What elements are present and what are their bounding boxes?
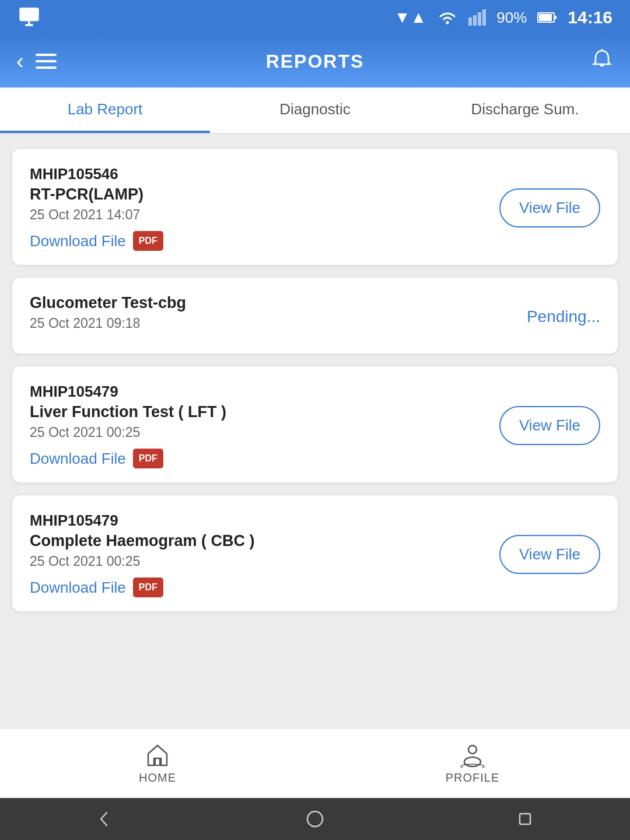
report-name: Glucometer Test-cbg: [30, 294, 527, 312]
svg-rect-2: [468, 18, 472, 26]
pdf-badge: PDF: [133, 578, 163, 597]
report-info: MHIP105479 Liver Function Test ( LFT ) 2…: [30, 383, 499, 468]
report-card: Glucometer Test-cbg 25 Oct 2021 09:18 Pe…: [12, 277, 618, 354]
notification-bell-icon[interactable]: [590, 47, 614, 76]
menu-button[interactable]: [36, 54, 57, 69]
battery-icon: [537, 10, 557, 24]
tab-diagnostic[interactable]: Diagnostic: [210, 88, 420, 133]
tabs: Lab Report Diagnostic Discharge Sum.: [0, 88, 630, 134]
download-file-link[interactable]: Download File: [30, 232, 126, 250]
svg-point-1: [446, 22, 449, 24]
report-action: View File: [499, 188, 600, 228]
navbar: ‹ REPORTS: [0, 35, 630, 88]
pdf-badge: PDF: [133, 231, 163, 251]
report-info: MHIP105546 RT-PCR(LAMP) 25 Oct 2021 14:0…: [30, 165, 499, 251]
svg-point-11: [468, 746, 477, 754]
pending-status: Pending...: [527, 307, 600, 326]
svg-point-12: [464, 757, 481, 766]
download-file-link[interactable]: Download File: [30, 579, 126, 597]
report-name: RT-PCR(LAMP): [30, 186, 499, 204]
status-bar: ▼▲ 90% 14:16: [0, 0, 630, 35]
report-id: MHIP105479: [30, 383, 499, 401]
bottom-nav-profile[interactable]: PROFILE: [426, 742, 519, 785]
report-info: MHIP105479 Complete Haemogram ( CBC ) 25…: [30, 512, 499, 597]
home-label: HOME: [139, 771, 176, 785]
report-action: View File: [499, 535, 600, 574]
wifi-icon: [437, 9, 458, 26]
report-action: Pending...: [527, 307, 600, 326]
signal-icon: [468, 9, 486, 26]
wifi-icon: ▼▲: [394, 8, 426, 27]
report-card: MHIP105546 RT-PCR(LAMP) 25 Oct 2021 14:0…: [12, 148, 618, 265]
svg-point-14: [307, 811, 323, 827]
report-id: MHIP105546: [30, 165, 499, 183]
download-row: Download File PDF: [30, 449, 499, 468]
view-file-button[interactable]: View File: [499, 406, 600, 445]
report-name: Liver Function Test ( LFT ): [30, 403, 499, 421]
home-icon: [145, 742, 170, 768]
report-action: View File: [499, 406, 600, 445]
view-file-button[interactable]: View File: [499, 535, 600, 574]
report-id: MHIP105479: [30, 512, 499, 530]
download-row: Download File PDF: [30, 578, 499, 597]
android-home-button[interactable]: [298, 802, 332, 836]
profile-icon: [460, 742, 485, 768]
report-card: MHIP105479 Complete Haemogram ( CBC ) 25…: [12, 495, 618, 612]
bottom-nav-home[interactable]: HOME: [111, 742, 204, 785]
android-nav: [0, 798, 630, 840]
reports-list: MHIP105546 RT-PCR(LAMP) 25 Oct 2021 14:0…: [0, 134, 630, 728]
tab-discharge-summary[interactable]: Discharge Sum.: [420, 88, 630, 133]
view-file-button[interactable]: View File: [499, 188, 600, 228]
report-name: Complete Haemogram ( CBC ): [30, 532, 499, 550]
page-title: REPORTS: [266, 51, 365, 72]
report-info: Glucometer Test-cbg 25 Oct 2021 09:18: [30, 294, 527, 340]
android-back-button[interactable]: [88, 802, 123, 836]
report-date: 25 Oct 2021 00:25: [30, 554, 499, 569]
svg-rect-5: [482, 9, 486, 26]
report-date: 25 Oct 2021 14:07: [30, 207, 499, 223]
svg-rect-10: [155, 758, 160, 765]
status-left-icon: [18, 5, 41, 30]
report-date: 25 Oct 2021 09:18: [30, 316, 527, 331]
report-date: 25 Oct 2021 00:25: [30, 425, 499, 440]
android-recent-button[interactable]: [508, 802, 542, 836]
profile-label: PROFILE: [446, 771, 500, 785]
svg-rect-7: [539, 14, 552, 21]
svg-rect-0: [19, 8, 38, 21]
report-card: MHIP105479 Liver Function Test ( LFT ) 2…: [12, 366, 618, 483]
svg-rect-3: [473, 15, 477, 26]
back-button[interactable]: ‹: [16, 50, 24, 72]
svg-rect-15: [520, 814, 530, 824]
clock: 14:16: [568, 8, 612, 27]
tab-lab-report[interactable]: Lab Report: [0, 88, 210, 133]
download-row: Download File PDF: [30, 231, 499, 251]
svg-rect-8: [555, 16, 556, 19]
battery-percentage: 90%: [496, 9, 527, 27]
svg-rect-4: [478, 12, 481, 26]
pdf-badge: PDF: [133, 449, 163, 468]
download-file-link[interactable]: Download File: [30, 450, 126, 468]
bottom-nav: HOME PROFILE: [0, 728, 630, 798]
